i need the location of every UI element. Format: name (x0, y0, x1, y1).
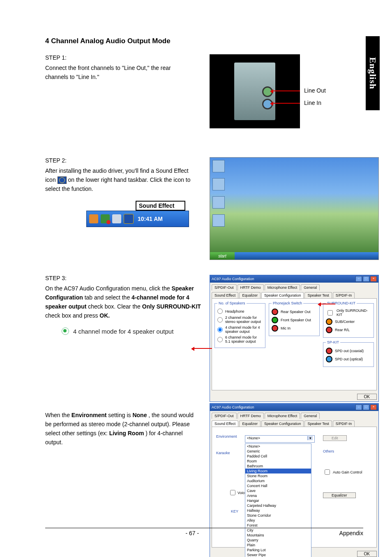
taskbar: 10:41 AM (86, 211, 189, 227)
ok-button[interactable]: OK (357, 394, 377, 400)
tab-equalizer[interactable]: Equalizer (239, 292, 261, 298)
step4-text: When the Environment setting is None , t… (45, 411, 201, 447)
spd-opt-label: SPD out (optical) (335, 357, 363, 361)
opt-6ch: 6 channel mode for 5.1 speaker output (225, 335, 263, 343)
chk-voice[interactable] (230, 490, 235, 495)
tray-icon-2[interactable] (101, 214, 110, 223)
step3-d: check box and press (45, 312, 99, 319)
step3-ok: OK. (99, 312, 110, 319)
sound-effect-tooltip: Sound Effect (136, 201, 185, 211)
subcenter-label: SUB/Center (335, 320, 355, 324)
tab-row-1: S/PDIF-Out HRTF Demo Microphone Effect G… (210, 283, 378, 290)
callout-arrow-surround (319, 304, 335, 304)
close-button[interactable]: × (370, 404, 377, 410)
step3-text: On the AC97 Audio Configuration menu, cl… (45, 284, 201, 320)
environment-option[interactable]: Plain (245, 543, 311, 548)
environment-option[interactable]: Quarry (245, 538, 311, 543)
sound-effect-tray-icon[interactable] (124, 214, 134, 224)
tab-hrtf-demo[interactable]: HRTF Demo (238, 413, 264, 419)
minimize-button[interactable]: – (355, 404, 362, 410)
tab-general[interactable]: General (301, 413, 320, 419)
s4-none: None (132, 412, 147, 418)
environment-selected: <None> (247, 436, 260, 440)
s4-living: Living Room (109, 430, 144, 436)
start-bar: start (210, 252, 378, 260)
environment-option[interactable]: Hallway (245, 508, 311, 513)
tab-sound-effect[interactable]: Sound Effect (212, 420, 238, 427)
tab-spdif-in[interactable]: S/PDIF-In (333, 292, 355, 298)
environment-option[interactable]: Room (245, 459, 311, 464)
environment-option[interactable]: Concert Hall (245, 483, 311, 488)
start-button[interactable]: start (210, 252, 235, 260)
tab-speaker-test[interactable]: Speaker Test (304, 420, 332, 427)
tab-speaker-config[interactable]: Speaker Configuration (261, 292, 304, 298)
environment-option[interactable]: Living Room (245, 469, 311, 473)
environment-option[interactable]: Forest (245, 523, 311, 528)
radio-headphone[interactable] (217, 309, 223, 314)
close-button[interactable]: × (370, 276, 377, 282)
environment-option[interactable]: Cave (245, 488, 311, 493)
step3-c: check box. Clear the (88, 303, 142, 310)
legend-speakers: No. of Speakers (217, 301, 247, 305)
legend-spkit: SP-KIT (326, 340, 340, 344)
legend-phonejack: Phonejack Switch (272, 301, 303, 305)
radio-4ch[interactable] (217, 327, 223, 332)
tab-spdif-out[interactable]: S/PDIF-Out (212, 413, 237, 419)
environment-option[interactable]: Carpeted Hallway (245, 503, 311, 508)
tray-icon-3[interactable] (112, 214, 121, 223)
environment-option[interactable]: Parking Lot (245, 548, 311, 552)
window-titlebar: AC97 Audio Configuration – □ × (210, 275, 378, 283)
tab-spdif-out[interactable]: S/PDIF-Out (212, 284, 237, 290)
environment-option[interactable]: Arena (245, 493, 311, 498)
environment-option[interactable]: Hangar (245, 498, 311, 503)
tab-mic-effect[interactable]: Microphone Effect (265, 413, 300, 419)
tab-speaker-config[interactable]: Speaker Configuration (261, 420, 304, 427)
tab-sound-effect[interactable]: Sound Effect (212, 292, 238, 298)
spd-opt-icon (326, 356, 332, 362)
tab-row-2: Sound Effect Equalizer Speaker Configura… (210, 419, 378, 427)
legend-others: Others (323, 449, 362, 453)
chk-agc[interactable] (325, 469, 330, 475)
s4-env: Environment (71, 412, 107, 418)
tab-hrtf-demo[interactable]: HRTF Demo (238, 284, 264, 290)
step3-label: STEP 3: (45, 275, 201, 281)
environment-option[interactable]: Padded Cell (245, 454, 311, 459)
s4-a: When the (45, 412, 71, 418)
jack-mic-icon (272, 325, 278, 332)
environment-option[interactable]: Bathroom (245, 464, 311, 469)
tab-spdif-in[interactable]: S/PDIF-In (333, 420, 355, 427)
equalizer-button[interactable]: Equalizer (323, 492, 356, 498)
tab-speaker-test[interactable]: Speaker Test (304, 292, 332, 298)
maximize-button[interactable]: □ (363, 404, 369, 410)
environment-option[interactable]: Alley (245, 518, 311, 523)
label-line-out: Line Out (304, 87, 326, 94)
maximize-button[interactable]: □ (363, 276, 369, 282)
radio-6ch[interactable] (217, 337, 223, 342)
environment-option[interactable]: Stone Corridor (245, 513, 311, 518)
radio-2ch[interactable] (217, 317, 223, 323)
rearrl-icon (326, 327, 332, 333)
language-tab: English (366, 36, 380, 110)
environment-option[interactable]: Generic (245, 449, 311, 454)
group-surround-kit: SURROUND-KIT Only SURROUND-KIT SUB/Cente… (323, 301, 374, 338)
ok-button[interactable]: OK (357, 551, 377, 557)
ac97-config-window: AC97 Audio Configuration – □ × S/PDIF-Ou… (210, 275, 379, 402)
tab-mic-effect[interactable]: Microphone Effect (265, 284, 300, 290)
tray-icon-1[interactable] (89, 214, 98, 223)
step1-text: Connect the front channels to "Line Out,… (45, 63, 193, 81)
environment-dropdown-list[interactable]: <None>GenericPadded CellRoomBathroomLivi… (245, 443, 311, 557)
environment-option[interactable]: Auditorium (245, 478, 311, 483)
edit-button[interactable]: Edit (323, 435, 347, 441)
environment-option[interactable]: Sewer Pipe (245, 552, 311, 557)
chk-only-surround[interactable] (327, 310, 333, 316)
group-speakers: No. of Speakers Headphone 2 channel mode… (214, 301, 265, 348)
minimize-button[interactable]: – (355, 276, 362, 282)
environment-option[interactable]: <None> (245, 444, 311, 449)
step-3: STEP 3: On the AC97 Audio Configuration … (45, 275, 363, 390)
tab-equalizer[interactable]: Equalizer (239, 420, 261, 427)
environment-option[interactable]: Stone Room (245, 473, 311, 478)
environment-select[interactable]: <None> ▾ (245, 435, 315, 443)
desktop-icon (212, 196, 225, 209)
tab-general[interactable]: General (301, 284, 320, 290)
opt-headphone: Headphone (225, 309, 244, 313)
